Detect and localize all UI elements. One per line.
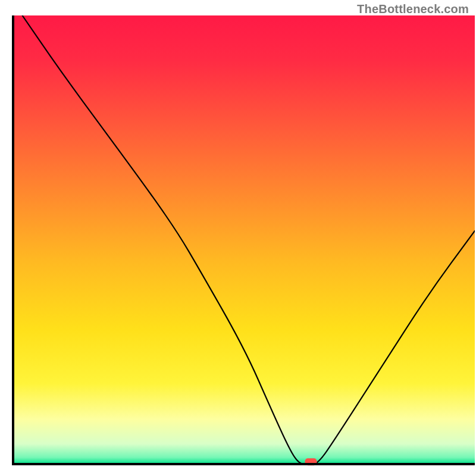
- chart-stage: TheBottleneck.com: [0, 0, 476, 476]
- bottleneck-chart: [0, 0, 476, 476]
- gradient-background: [13, 15, 475, 464]
